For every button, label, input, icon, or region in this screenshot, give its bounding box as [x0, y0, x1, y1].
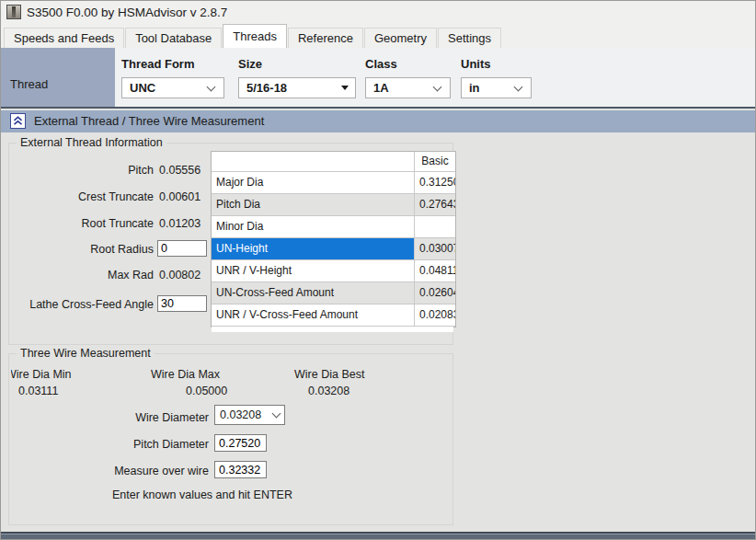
- class-value: 1A: [366, 81, 434, 95]
- pitch-diameter-label: Pitch Diameter: [9, 438, 209, 451]
- wire-dia-best-value: 0.03208: [308, 385, 349, 397]
- wire-dia-best-label: Wire Dia Best: [294, 368, 364, 381]
- tab-settings[interactable]: Settings: [438, 28, 501, 48]
- table-row[interactable]: UNR / V-Height 0.04811: [212, 260, 455, 282]
- tab-tool-database[interactable]: Tool Database: [125, 28, 222, 48]
- app-window: S3500 F0.00 by HSMAdvisor v 2.8.7 Speeds…: [0, 0, 756, 540]
- table-header-basic: Basic: [415, 152, 455, 171]
- units-label: Units: [461, 57, 491, 71]
- lathe-cross-feed-angle-label: Lathe Cross-Feed Angle: [9, 298, 154, 311]
- dropdown-arrow-icon: [341, 86, 349, 90]
- chevron-down-icon: [514, 82, 523, 91]
- max-rad-value: 0.00802: [159, 269, 200, 281]
- table-row[interactable]: UNR / V-Cross-Feed Amount 0.02083: [212, 304, 455, 327]
- wire-diameter-value: 0.03208: [215, 408, 273, 421]
- table-row-selected[interactable]: UN-Height 0.03007: [212, 238, 455, 260]
- table-header-row: Basic: [212, 152, 455, 172]
- measure-over-wire-label: Measure over wire: [9, 465, 209, 477]
- wire-dia-max-value: 0.05000: [186, 385, 227, 397]
- hint-text: Enter known values and hit ENTER: [112, 488, 292, 501]
- table-row[interactable]: Major Dia 0.31250: [212, 172, 455, 194]
- crest-truncate-value: 0.00601: [159, 190, 200, 203]
- table-row[interactable]: Pitch Dia 0.27643: [212, 194, 455, 216]
- crest-truncate-label: Crest Truncate: [9, 190, 154, 203]
- pitch-diameter-input[interactable]: [214, 434, 267, 452]
- class-select[interactable]: 1A: [365, 77, 451, 98]
- thread-panel-label: Thread: [10, 77, 48, 91]
- table-header-blank: [212, 152, 415, 171]
- root-truncate-value: 0.01203: [159, 217, 200, 230]
- tab-speeds-and-feeds[interactable]: Speeds and Feeds: [4, 28, 124, 48]
- three-wire-group: Three Wire Measurement Wire Dia Min Wire…: [8, 353, 453, 525]
- external-thread-info-label: External Thread Information: [17, 136, 166, 149]
- thread-panel: Thread: [1, 48, 115, 107]
- thread-form-value: UNC: [122, 81, 208, 95]
- root-radius-label: Root Radius: [9, 243, 154, 256]
- max-rad-label: Max Rad: [9, 269, 154, 281]
- app-icon: [6, 5, 21, 19]
- root-truncate-label: Root Truncate: [9, 217, 154, 230]
- tab-reference[interactable]: Reference: [288, 28, 363, 48]
- table-row[interactable]: UN-Cross-Feed Amount 0.02604: [212, 282, 455, 304]
- wire-dia-max-label: Wire Dia Max: [151, 368, 220, 381]
- bottom-panel-bar: [1, 532, 756, 540]
- size-select[interactable]: 5/16-18: [238, 77, 356, 98]
- wire-diameter-select[interactable]: 0.03208: [214, 405, 285, 425]
- chevron-down-icon: [433, 82, 442, 91]
- tab-threads[interactable]: Threads: [223, 24, 287, 48]
- size-value: 5/16-18: [239, 81, 341, 95]
- double-chevron-up-icon: [13, 116, 23, 126]
- section-title: External Thread / Three Wire Measurement: [34, 110, 264, 132]
- thread-form-label: Thread Form: [121, 57, 194, 71]
- chevron-down-icon: [272, 409, 281, 419]
- table-empty-strip: [212, 327, 453, 332]
- units-select[interactable]: in: [461, 77, 532, 98]
- thread-header-band: Thread Thread Form UNC Size 5/16-18 Clas…: [1, 48, 756, 109]
- three-wire-label: Three Wire Measurement: [17, 347, 155, 360]
- title-bar: S3500 F0.00 by HSMAdvisor v 2.8.7: [1, 1, 756, 24]
- collapse-button[interactable]: [10, 113, 26, 129]
- window-title: S3500 F0.00 by HSMAdvisor v 2.8.7: [27, 1, 227, 24]
- pitch-value: 0.05556: [159, 164, 200, 177]
- basic-table: Basic Major Dia 0.31250 Pitch Dia 0.2764…: [211, 151, 456, 327]
- measure-over-wire-input[interactable]: [214, 461, 267, 478]
- class-label: Class: [365, 57, 397, 71]
- pitch-label: Pitch: [9, 164, 154, 177]
- tab-geometry[interactable]: Geometry: [364, 28, 437, 48]
- wire-dia-min-value: 0.03111: [18, 385, 58, 397]
- size-label: Size: [238, 57, 262, 71]
- chevron-down-icon: [207, 82, 216, 91]
- thread-form-select[interactable]: UNC: [121, 77, 224, 98]
- wire-diameter-label: Wire Diameter: [9, 411, 209, 424]
- section-header-bar: External Thread / Three Wire Measurement: [1, 110, 756, 132]
- table-row[interactable]: Minor Dia: [212, 216, 455, 238]
- wire-dia-min-label: Wire Dia Min: [11, 368, 85, 381]
- tab-strip: Speeds and Feeds Tool Database Threads R…: [1, 24, 756, 48]
- lathe-cross-feed-angle-input[interactable]: [157, 295, 207, 312]
- units-value: in: [462, 81, 515, 95]
- root-radius-input[interactable]: [157, 240, 207, 257]
